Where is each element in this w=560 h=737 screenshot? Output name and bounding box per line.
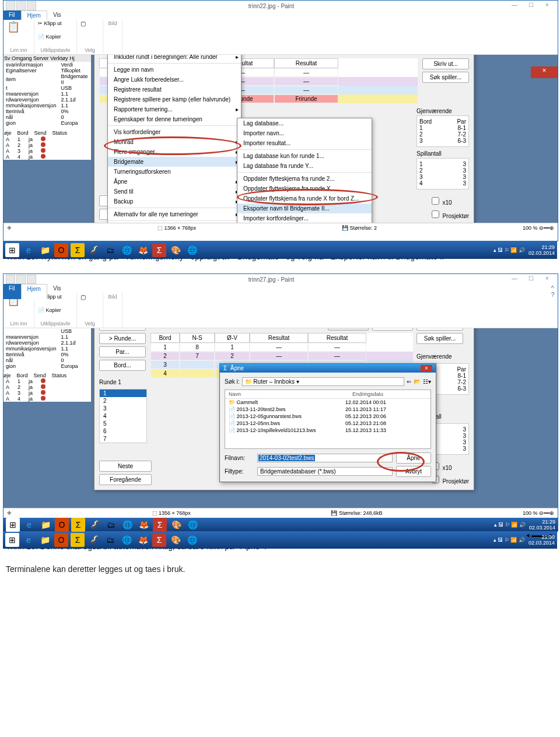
- skrivut-button[interactable]: Skriv ut...: [416, 328, 463, 331]
- paint-window: trinn22.jpg - Paint —☐× Fil Hjem Vis 📋Li…: [3, 0, 558, 241]
- gjenvaerende-panel: BordPar18-127-236-3: [416, 115, 469, 147]
- filename-input[interactable]: 2014-03-02test2.bws: [258, 455, 315, 461]
- paint-canvas-2: USBmwareversjon1.1rdwareversjon2.1.1dmmu…: [4, 328, 558, 508]
- close-icon[interactable]: ×: [539, 275, 555, 283]
- filetype-dropdown[interactable]: Bridgematedatabaser (*.bws): [257, 467, 393, 476]
- par-button[interactable]: Par...: [99, 346, 146, 357]
- file-list[interactable]: NavnEndringsdato 📁 Gammelt12.02.2014 00:…: [225, 389, 431, 449]
- apne-button[interactable]: Åpne: [396, 452, 431, 464]
- runde-button[interactable]: > Runde...: [99, 333, 146, 344]
- back-icon[interactable]: ⇐: [407, 378, 411, 385]
- minimize-icon[interactable]: —: [506, 275, 523, 283]
- foregaende-button[interactable]: Foregående: [99, 474, 152, 485]
- close-icon[interactable]: ×: [421, 365, 432, 371]
- tab-hjem[interactable]: Hjem: [21, 10, 47, 20]
- paint-titlebar-2: trinn27.jpg - Paint —☐×: [4, 274, 558, 285]
- x10-checkbox[interactable]: [432, 197, 439, 205]
- maximize-icon[interactable]: ☐: [523, 2, 539, 10]
- screenshot-1: trinn22.jpg - Paint —☐× Fil Hjem Vis 📋Li…: [3, 0, 557, 240]
- sokspiller-button[interactable]: Søk spiller...: [416, 333, 463, 344]
- close-icon[interactable]: ×: [539, 2, 555, 10]
- bord-button[interactable]: Bord...: [99, 360, 146, 371]
- paint-ribbon: 📋Lim inn ✂ Klipp ut📄 KopierUtklippstavle…: [4, 11, 558, 55]
- paint-statusbar: ✛ ⬚ 1366 × 768px 💾 Størrelse: 2 100 % ⊖━…: [4, 223, 558, 233]
- runde-list[interactable]: 1234567: [99, 389, 147, 443]
- up-icon[interactable]: 📂: [414, 378, 421, 385]
- avbryt-button[interactable]: Avbryt: [372, 328, 413, 331]
- avbryt-button[interactable]: Avbryt: [396, 466, 431, 477]
- undo-icon[interactable]: [16, 1, 26, 10]
- tab-vis[interactable]: Vis: [47, 10, 67, 20]
- paint-canvas: Sv Omgang Server Verktøy Hj svarinformas…: [4, 55, 558, 223]
- folder-dropdown[interactable]: 📁 Ruter – Innboks ▾: [242, 377, 404, 386]
- turneringsmeny-popup[interactable]: Inkluder rundt i beregningen: Alle runde…: [107, 55, 242, 223]
- paint-titlebar: trinn22.jpg - Paint —☐×: [4, 1, 558, 11]
- skrivut-button[interactable]: Skriv ut...: [422, 58, 469, 69]
- redo-icon[interactable]: [27, 275, 36, 284]
- sokspiller-button[interactable]: Søk spiller...: [422, 72, 469, 83]
- screenshot-2: trinn27.jpg - Paint —☐× Fil Hjem Vis ^ ?…: [3, 273, 557, 530]
- save-icon[interactable]: [6, 275, 15, 284]
- maximize-icon[interactable]: ☐: [523, 275, 539, 283]
- minimize-icon[interactable]: —: [506, 2, 523, 10]
- prosjektor-checkbox[interactable]: [432, 210, 439, 218]
- view-icon[interactable]: ☷▾: [423, 378, 431, 385]
- neste-button[interactable]: Neste: [99, 461, 152, 472]
- info-panel: Sv Omgang Server Verktøy Hj svarinformas…: [4, 55, 91, 160]
- redo-icon[interactable]: [27, 1, 36, 10]
- paint-window-2: trinn27.jpg - Paint —☐× Fil Hjem Vis ^ ?…: [3, 273, 558, 531]
- bridgemate-submenu[interactable]: Lag database...Importer navn...Importer …: [237, 118, 372, 223]
- undo-icon[interactable]: [16, 275, 26, 284]
- bg-close-icon[interactable]: ×: [531, 66, 558, 78]
- spill-button[interactable]: Spill...: [99, 328, 146, 331]
- rediger-button[interactable]: Rediger: [328, 328, 369, 331]
- info-panel-2: USBmwareversjon1.1rdwareversjon2.1.1dmmu…: [4, 328, 91, 402]
- taskbar[interactable]: ⊞ e 📁 O Σ 🦨 🗂 🌐 🦊 Σ 🎨 🌐 ▴ 🖫 ⚐ 📶 🔊 21:290…: [3, 241, 557, 259]
- paint-statusbar-2: ✛ ⬚ 1356 × 768px 💾 Størrelse: 248,6kB 10…: [4, 508, 558, 518]
- system-tray[interactable]: ▴ 🖫 ⚐ 📶 🔊 21:2902.03.2014: [494, 244, 555, 256]
- spillantall-panel: 13233343: [416, 158, 469, 189]
- caption-3: Terminalene kan deretter legges ut og ta…: [0, 563, 560, 586]
- save-icon[interactable]: [6, 1, 15, 10]
- paint-tabs: Fil Hjem Vis: [3, 10, 67, 20]
- info-table: svarinformasjonVerdiEginaltserverTilkopl…: [4, 62, 91, 126]
- tab-fil[interactable]: Fil: [3, 10, 21, 20]
- taskbar-2[interactable]: ⊞e📁OΣ🦨🗂🌐🦊Σ🎨🌐 ▴ 🖫 ⚐ 📶 🔊21:3002.03.2014: [3, 531, 557, 549]
- inner-taskbar[interactable]: ⊞e📁OΣ🦨🗂🌐🦊Σ🎨🌐 ▴ 🖫 ⚐ 📶 🔊21:2902.03.2014: [4, 518, 558, 532]
- open-file-dialog: Σ Åpne× Søk i: 📁 Ruter – Innboks ▾ ⇐ 📂 ☷…: [219, 363, 436, 482]
- paint-filename: trinn22.jpg - Paint: [36, 3, 506, 9]
